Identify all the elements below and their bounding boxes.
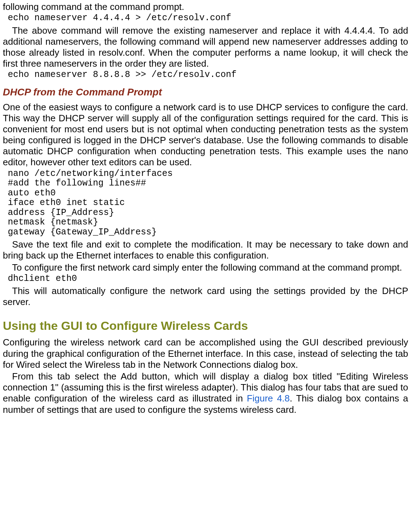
dhcp-paragraph-3-text: To configure the first network card simp… — [12, 262, 402, 273]
intro-paragraph-2: The above command will remove the existi… — [3, 25, 408, 70]
code-block-interfaces: nano /etc/networking/interfaces #add the… — [3, 169, 408, 237]
heading-gui-wireless: Using the GUI to Configure Wireless Card… — [3, 318, 408, 333]
dhcp-paragraph-4: This will automatically configure the ne… — [3, 286, 408, 307]
gui-paragraph-2: From this tab select the Add button, whi… — [3, 371, 408, 415]
gui-paragraph-1: Configuring the wireless network card ca… — [3, 337, 408, 370]
dhcp-paragraph-4-text: This will automatically configure the ne… — [3, 286, 408, 307]
dhcp-paragraph-2-text: Save the text file and exit to complete … — [3, 239, 408, 261]
intro-paragraph-1: following command at the command prompt. — [3, 1, 408, 12]
dhcp-paragraph-2: Save the text file and exit to complete … — [3, 239, 408, 261]
code-block-resolv-replace: echo nameserver 4.4.4.4 > /etc/resolv.co… — [3, 13, 408, 23]
heading-dhcp: DHCP from the Command Prompt — [3, 86, 408, 98]
dhcp-paragraph-3: To configure the first network card simp… — [3, 262, 408, 273]
dhcp-paragraph-1: One of the easiest ways to configure a n… — [3, 102, 408, 168]
link-figure-4-8[interactable]: Figure 4.8 — [247, 393, 290, 404]
code-block-resolv-append: echo nameserver 8.8.8.8 >> /etc/resolv.c… — [3, 70, 408, 80]
intro-paragraph-2-text: The above command will remove the existi… — [3, 25, 408, 69]
document-page: following command at the command prompt.… — [0, 0, 411, 419]
code-block-dhclient: dhclient eth0 — [3, 274, 408, 284]
